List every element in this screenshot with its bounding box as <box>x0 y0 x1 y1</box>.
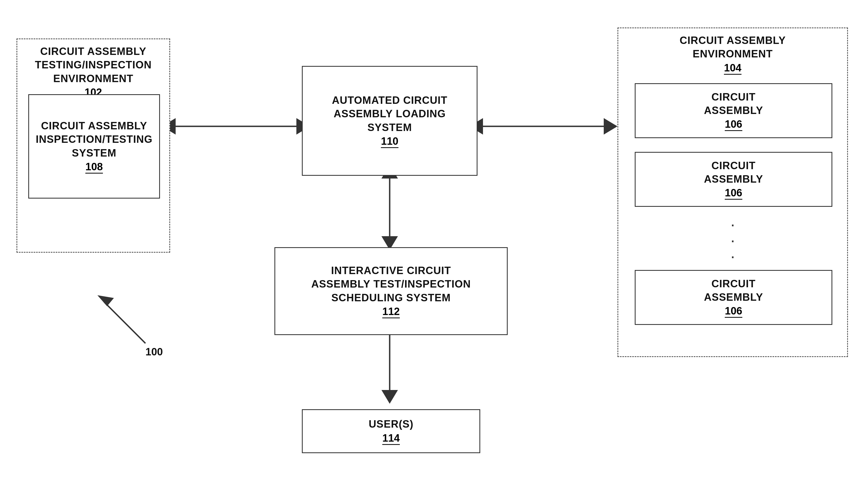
users-114-number: 114 <box>382 432 400 445</box>
svg-line-12 <box>104 302 146 343</box>
ca-106b-box: CIRCUIT ASSEMBLY 106 <box>635 152 832 207</box>
ellipsis-dots: · <box>618 218 847 231</box>
sys-108-box: CIRCUIT ASSEMBLY INSPECTION/TESTING SYST… <box>28 94 160 199</box>
ca-106a-number: 106 <box>725 118 742 131</box>
ca-106c-label: CIRCUIT ASSEMBLY <box>704 277 763 304</box>
ca-106b-number: 106 <box>725 187 742 200</box>
sys-110-number: 110 <box>381 135 398 148</box>
svg-marker-5 <box>604 118 617 135</box>
ellipsis-dots3: · <box>618 250 847 263</box>
ca-106c-number: 106 <box>725 305 742 318</box>
env-102-box: CIRCUIT ASSEMBLY TESTING/INSPECTION ENVI… <box>17 38 170 253</box>
users-114-box: USER(S) 114 <box>302 409 480 453</box>
ca-106a-label: CIRCUIT ASSEMBLY <box>704 90 763 117</box>
sys-110-box: AUTOMATED CIRCUIT ASSEMBLY LOADING SYSTE… <box>302 66 477 176</box>
sys-110-label: AUTOMATED CIRCUIT ASSEMBLY LOADING SYSTE… <box>332 94 447 134</box>
sys-108-number: 108 <box>85 161 103 174</box>
ca-106b-label: CIRCUIT ASSEMBLY <box>704 159 763 186</box>
env-104-box: CIRCUIT ASSEMBLY ENVIRONMENT 104 CIRCUIT… <box>617 27 848 357</box>
ellipsis-dots2: · <box>618 234 847 247</box>
env-102-label: CIRCUIT ASSEMBLY TESTING/INSPECTION ENVI… <box>17 45 169 85</box>
ca-106c-box: CIRCUIT ASSEMBLY 106 <box>635 270 832 325</box>
svg-marker-11 <box>381 390 398 404</box>
ca-106a-box: CIRCUIT ASSEMBLY 106 <box>635 83 832 138</box>
diagram-container: CIRCUIT ASSEMBLY TESTING/INSPECTION ENVI… <box>0 0 868 482</box>
sys-112-number: 112 <box>382 306 400 318</box>
users-114-label: USER(S) <box>369 418 413 431</box>
svg-marker-13 <box>97 295 114 306</box>
env-104-number: 104 <box>724 62 741 75</box>
sys-108-label: CIRCUIT ASSEMBLY INSPECTION/TESTING SYST… <box>36 119 152 160</box>
env-104-label: CIRCUIT ASSEMBLY ENVIRONMENT <box>618 34 847 61</box>
label-100: 100 <box>146 346 163 358</box>
sys-112-box: INTERACTIVE CIRCUIT ASSEMBLY TEST/INSPEC… <box>274 247 508 335</box>
sys-112-label: INTERACTIVE CIRCUIT ASSEMBLY TEST/INSPEC… <box>311 264 471 305</box>
